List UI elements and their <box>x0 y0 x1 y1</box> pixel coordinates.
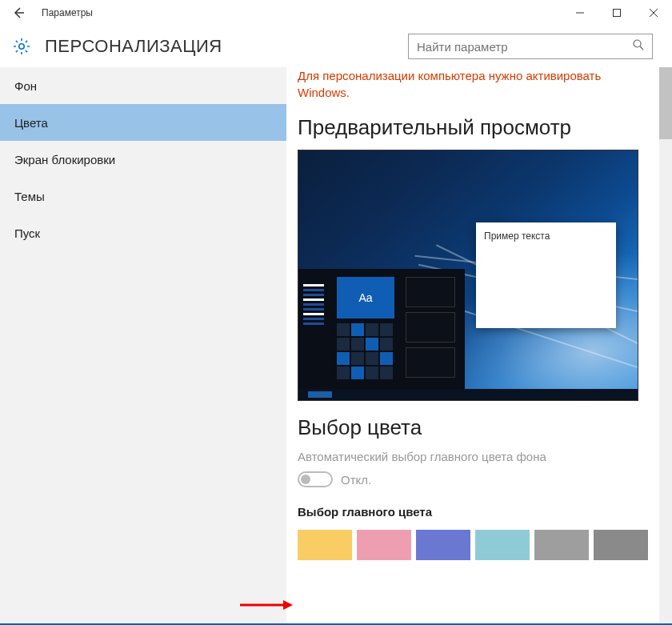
search-field[interactable] <box>417 40 633 54</box>
svg-point-1 <box>19 44 24 49</box>
svg-point-2 <box>634 40 641 47</box>
main-panel: Для персонализации компьютера нужно акти… <box>286 67 672 625</box>
preview-aa-tile: Aa <box>337 277 394 319</box>
sidebar-item-start[interactable]: Пуск <box>0 214 286 251</box>
preview-taskbar <box>298 389 638 400</box>
color-heading: Выбор цвета <box>298 415 650 440</box>
color-swatch-5[interactable] <box>594 530 648 560</box>
sidebar-item-colors[interactable]: Цвета <box>0 104 286 141</box>
preview-window: Пример текста <box>476 222 616 328</box>
preview-start-menu: Aa <box>298 269 465 400</box>
scrollbar[interactable] <box>659 67 672 625</box>
svg-marker-4 <box>283 600 293 610</box>
maximize-button[interactable] <box>598 0 635 26</box>
page-title: ПЕРСОНАЛИЗАЦИЯ <box>45 36 222 57</box>
color-swatch-2[interactable] <box>416 530 470 560</box>
minimize-button[interactable] <box>562 0 598 26</box>
annotation-arrow <box>240 599 293 611</box>
search-icon <box>633 39 644 54</box>
gear-icon <box>10 34 34 58</box>
preview-sample-text: Пример текста <box>484 230 550 242</box>
activation-warning: Для персонализации компьютера нужно акти… <box>298 67 650 101</box>
scrollbar-thumb[interactable] <box>659 67 672 139</box>
color-swatch-3[interactable] <box>475 530 530 560</box>
back-button[interactable] <box>11 6 26 19</box>
window-title: Параметры <box>42 7 93 18</box>
toggle-state-label: Откл. <box>341 473 371 487</box>
sidebar-item-background[interactable]: Фон <box>0 67 286 104</box>
color-swatch-4[interactable] <box>534 530 589 560</box>
color-swatch-1[interactable] <box>357 530 411 560</box>
auto-accent-label: Автоматический выбор главного цвета фона <box>298 450 650 463</box>
preview-heading: Предварительный просмотр <box>298 115 650 140</box>
preview-thumbnail: Aa Пример текста <box>298 150 638 401</box>
search-input[interactable] <box>408 34 653 59</box>
sidebar-item-lockscreen[interactable]: Экран блокировки <box>0 141 286 178</box>
close-button[interactable] <box>635 0 672 26</box>
color-palette <box>298 530 650 560</box>
sidebar-item-themes[interactable]: Темы <box>0 178 286 214</box>
auto-accent-toggle[interactable] <box>298 471 333 487</box>
sidebar: Фон Цвета Экран блокировки Темы Пуск <box>0 67 286 625</box>
color-swatch-0[interactable] <box>298 530 352 560</box>
svg-rect-0 <box>614 10 621 17</box>
accent-heading: Выбор главного цвета <box>298 505 650 519</box>
